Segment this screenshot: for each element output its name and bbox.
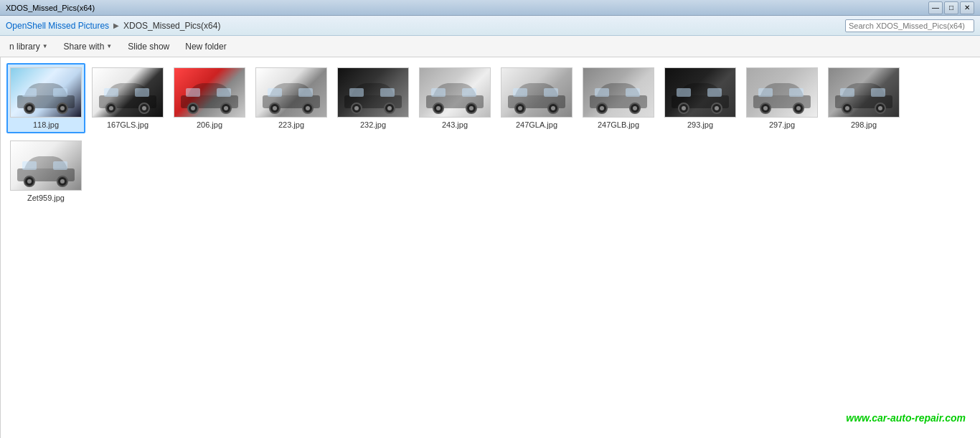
svg-rect-26 [268,88,282,97]
thumbnail-item[interactable]: 247GLB.jpg [579,63,658,133]
thumbnail-item[interactable]: 243.jpg [415,63,494,133]
main-content: 118.jpg 167GLS.jpg 206.jpg [0,57,980,438]
svg-rect-19 [217,88,231,97]
add-to-library-dropdown-icon: ▼ [42,43,48,49]
new-folder-button[interactable]: New folder [179,39,232,54]
thumbnail-image [419,67,491,118]
thumbnail-item[interactable]: 206.jpg [170,63,249,133]
svg-point-5 [27,106,32,110]
svg-rect-3 [53,88,67,97]
svg-point-39 [387,106,392,110]
thumbnail-item[interactable]: Zet959.jpg [6,136,85,206]
breadcrumb-separator: ▶ [113,22,119,29]
svg-point-37 [354,106,359,110]
svg-point-79 [796,106,801,110]
svg-rect-90 [22,161,37,170]
new-folder-label: New folder [185,42,226,52]
search-input[interactable] [845,19,974,32]
thumbnail-image [746,67,818,118]
thumbnail-image [664,67,736,118]
thumbnail-item[interactable]: 232.jpg [334,63,413,133]
svg-rect-82 [840,88,854,97]
svg-rect-18 [186,88,200,97]
thumbnail-label: 298.jpg [851,120,877,129]
thumbnail-label: 118.jpg [33,120,59,129]
svg-rect-91 [53,161,67,170]
thumbnail-label: 247GLB.jpg [598,120,639,129]
thumbnail-label: 297.jpg [769,120,795,129]
svg-rect-42 [431,88,446,97]
thumbnail-label: 243.jpg [442,120,468,129]
svg-point-13 [109,106,113,110]
thumbnail-item[interactable]: 297.jpg [743,63,821,133]
close-button[interactable]: ✕ [960,1,974,14]
thumbnail-item[interactable]: 247GLA.jpg [497,63,576,133]
add-to-library-button[interactable]: n library ▼ [3,39,55,54]
thumbnail-image [255,67,327,118]
title-bar-text: XDOS_Missed_Pics(x64) [6,4,95,12]
svg-point-71 [715,106,719,110]
svg-point-21 [191,106,195,110]
thumbnail-image [583,67,654,118]
svg-point-61 [600,106,604,110]
window-controls[interactable]: — □ ✕ [928,1,974,14]
svg-rect-74 [758,88,773,97]
thumbnail-label: 247GLA.jpg [516,120,557,129]
svg-point-53 [518,106,522,110]
thumbnail-image [337,67,409,118]
thumbnail-label: Zet959.jpg [27,194,65,202]
svg-point-77 [763,106,768,110]
svg-point-85 [845,106,849,110]
search-area[interactable] [845,19,974,32]
thumbnail-item[interactable]: 293.jpg [661,63,740,133]
breadcrumb-item-root[interactable]: OpenShell Missed Pictures [6,21,109,31]
thumbnails-grid: 118.jpg 167GLS.jpg 206.jpg [6,63,974,206]
add-to-library-label: n library [9,42,40,52]
thumbnail-item[interactable]: 167GLS.jpg [88,63,167,133]
thumbnail-item[interactable]: 223.jpg [252,63,331,133]
svg-point-23 [224,106,228,110]
thumbnail-image [828,67,900,118]
toolbar: n library ▼ Share with ▼ Slide show New … [0,36,980,57]
thumbnail-label: 293.jpg [687,120,713,129]
svg-point-31 [306,106,310,110]
svg-rect-58 [595,88,609,97]
thumbnail-item[interactable]: 118.jpg [6,63,85,133]
svg-rect-51 [544,88,558,97]
svg-rect-59 [626,88,640,97]
svg-point-15 [142,106,146,110]
svg-point-63 [633,106,637,110]
thumbnail-image [501,67,573,118]
file-area: 118.jpg 167GLS.jpg 206.jpg [1,57,980,438]
thumbnail-label: 167GLS.jpg [107,120,149,129]
share-with-label: Share with [64,42,105,52]
slide-show-button[interactable]: Slide show [121,39,176,54]
minimize-button[interactable]: — [928,1,943,14]
thumbnail-label: 223.jpg [278,120,304,129]
svg-rect-35 [380,88,395,97]
title-bar: XDOS_Missed_Pics(x64) — □ ✕ [0,0,980,16]
thumbnail-item[interactable]: 298.jpg [824,63,903,133]
slide-show-label: Slide show [128,42,169,52]
svg-point-47 [469,106,473,110]
svg-point-45 [436,106,440,110]
thumbnail-label: 232.jpg [360,120,386,129]
svg-rect-43 [462,88,476,97]
svg-rect-2 [22,88,37,97]
svg-rect-66 [677,88,691,97]
svg-rect-10 [104,88,118,97]
share-with-dropdown-icon: ▼ [106,43,112,49]
thumbnail-image [10,141,82,191]
thumbnail-image [10,67,82,118]
maximize-button[interactable]: □ [944,1,958,14]
svg-rect-34 [349,88,364,97]
thumbnail-image [174,67,245,118]
breadcrumb-bar: OpenShell Missed Pictures ▶ XDOS_Missed_… [0,16,980,36]
svg-rect-50 [513,88,527,97]
svg-rect-27 [298,88,313,97]
svg-point-55 [551,106,555,110]
svg-point-7 [60,106,65,110]
share-with-button[interactable]: Share with ▼ [57,39,119,54]
svg-rect-11 [135,88,149,97]
thumbnail-label: 206.jpg [197,120,222,129]
